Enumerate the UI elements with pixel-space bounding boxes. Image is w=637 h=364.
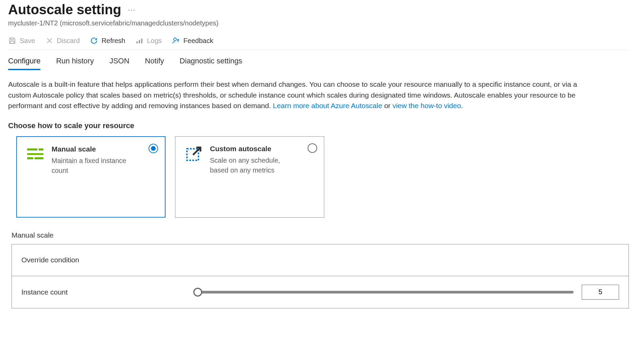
discard-label: Discard bbox=[57, 37, 80, 45]
choose-scale-heading: Choose how to scale your resource bbox=[8, 121, 629, 130]
refresh-button[interactable]: Refresh bbox=[90, 37, 125, 45]
tab-json[interactable]: JSON bbox=[110, 57, 130, 70]
save-icon bbox=[8, 37, 16, 45]
more-actions-button[interactable]: ··· bbox=[128, 6, 136, 14]
save-button[interactable]: Save bbox=[8, 37, 35, 45]
save-label: Save bbox=[20, 37, 35, 45]
discard-button[interactable]: Discard bbox=[45, 37, 80, 45]
svg-rect-1 bbox=[136, 41, 138, 43]
tab-bar: Configure Run history JSON Notify Diagno… bbox=[8, 57, 629, 70]
custom-autoscale-card[interactable]: Custom autoscale Scale on any schedule, … bbox=[175, 136, 324, 218]
tab-diagnostic-settings[interactable]: Diagnostic settings bbox=[180, 57, 243, 70]
learn-more-link[interactable]: Learn more about Azure Autoscale bbox=[273, 102, 382, 109]
description-suffix: . bbox=[461, 102, 463, 109]
manual-scale-title: Manual scale bbox=[52, 145, 140, 153]
override-condition-row: Override condition bbox=[12, 244, 629, 276]
custom-autoscale-icon bbox=[184, 145, 203, 164]
logs-button[interactable]: Logs bbox=[135, 37, 161, 45]
instance-count-input[interactable] bbox=[582, 285, 619, 300]
logs-label: Logs bbox=[147, 37, 161, 45]
tab-notify[interactable]: Notify bbox=[145, 57, 164, 70]
page-title: Autoscale setting bbox=[8, 2, 121, 17]
manual-scale-card[interactable]: Manual scale Maintain a fixed instance c… bbox=[16, 136, 166, 218]
manual-scale-icon bbox=[26, 145, 45, 164]
instance-count-row: Instance count bbox=[12, 276, 629, 308]
feedback-button[interactable]: Feedback bbox=[172, 37, 213, 45]
custom-autoscale-desc: Scale on any schedule, based on any metr… bbox=[210, 156, 298, 175]
feedback-icon bbox=[172, 37, 180, 45]
custom-autoscale-radio[interactable] bbox=[308, 143, 317, 153]
scale-options: Manual scale Maintain a fixed instance c… bbox=[16, 136, 629, 218]
autoscale-description: Autoscale is a built-in feature that hel… bbox=[8, 79, 592, 111]
manual-scale-panel: Override condition Instance count bbox=[12, 244, 629, 308]
override-condition-label: Override condition bbox=[21, 256, 198, 264]
command-bar: Save Discard Refresh Logs Fe bbox=[8, 37, 629, 50]
svg-rect-2 bbox=[139, 40, 140, 43]
svg-point-4 bbox=[174, 38, 176, 41]
close-icon bbox=[45, 37, 54, 45]
feedback-label: Feedback bbox=[184, 37, 213, 45]
manual-scale-desc: Maintain a fixed instance count bbox=[52, 156, 140, 176]
logs-icon bbox=[135, 37, 143, 45]
svg-rect-5 bbox=[27, 148, 37, 150]
svg-rect-6 bbox=[39, 148, 43, 150]
tab-configure[interactable]: Configure bbox=[8, 57, 40, 70]
svg-rect-7 bbox=[27, 153, 43, 155]
refresh-label: Refresh bbox=[101, 37, 125, 45]
slider-thumb[interactable] bbox=[193, 288, 202, 297]
svg-rect-3 bbox=[141, 39, 142, 43]
svg-rect-9 bbox=[35, 157, 43, 159]
how-to-video-link[interactable]: view the how-to video bbox=[392, 102, 461, 109]
custom-autoscale-title: Custom autoscale bbox=[210, 145, 298, 153]
refresh-icon bbox=[90, 37, 98, 45]
svg-rect-8 bbox=[27, 157, 33, 159]
instance-count-label: Instance count bbox=[21, 288, 198, 296]
manual-scale-panel-label: Manual scale bbox=[12, 231, 629, 239]
description-mid: or bbox=[384, 102, 393, 109]
tab-run-history[interactable]: Run history bbox=[56, 57, 94, 70]
svg-rect-0 bbox=[11, 41, 14, 43]
breadcrumb: mycluster-1/NT2 (microsoft.servicefabric… bbox=[8, 19, 629, 27]
manual-scale-radio[interactable] bbox=[149, 144, 158, 153]
instance-count-slider[interactable] bbox=[198, 291, 574, 294]
